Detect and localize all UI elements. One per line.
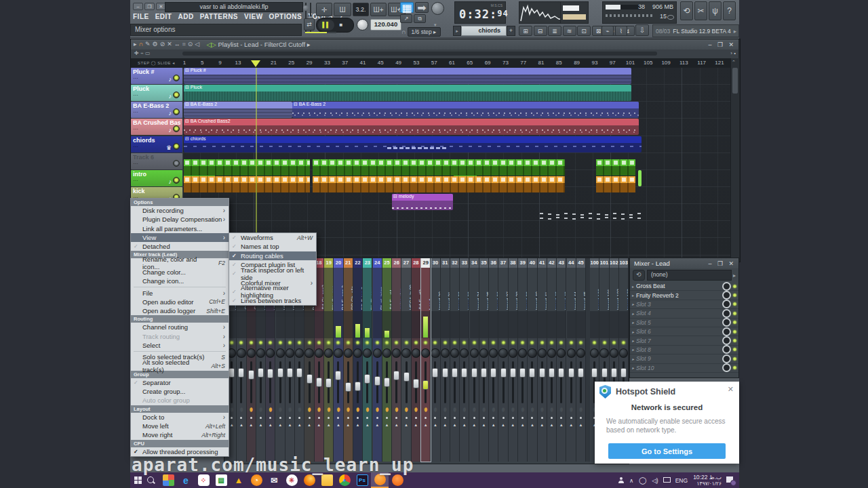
menu-item-open-audio-editor[interactable]: Open audio editorCtrl+E	[131, 298, 229, 306]
strip-fader[interactable]	[460, 360, 469, 405]
strip-rec-dot[interactable]	[557, 415, 566, 421]
track-enable-dot[interactable]	[173, 75, 180, 81]
strip-rec-dot[interactable]	[353, 415, 362, 421]
strip-pan-knob[interactable]	[460, 346, 469, 360]
slot-arrow-icon[interactable]: ▸	[632, 284, 634, 289]
strip-mute-led[interactable]	[276, 338, 285, 346]
playhead-marker[interactable]	[251, 60, 260, 67]
strip-mute-led[interactable]	[450, 338, 459, 346]
mixer-strip-30[interactable]: 30Insert 30⬮▲	[431, 258, 440, 462]
strip-pan-knob[interactable]	[353, 346, 362, 360]
strip-rec-dot[interactable]	[304, 415, 313, 421]
strip-fx-icon[interactable]: ⬮	[421, 405, 430, 415]
strip-mute-led[interactable]	[401, 338, 410, 346]
mixer-strip-39[interactable]: 39Insert 39⬮▲	[518, 258, 528, 462]
strip-arrow-icon[interactable]: ▲	[256, 421, 265, 430]
mixer-strip-31[interactable]: 31Insert 31⬮▲	[441, 258, 450, 462]
fx-slot-gross-beat[interactable]: ▸Gross Beat	[630, 282, 738, 291]
menu-item-waveforms[interactable]: ✓WaveformsAlt+W	[229, 233, 316, 242]
strip-pan-knob[interactable]	[599, 346, 608, 360]
mixer-strip-38[interactable]: 38Insert 38⬮▲	[509, 258, 518, 462]
strip-rec-dot[interactable]	[470, 415, 479, 421]
strip-fader[interactable]	[334, 360, 342, 405]
mixer-strip-40[interactable]: 40Insert 40⬮▲	[528, 258, 537, 462]
strip-fx-icon[interactable]: ⬮	[450, 405, 459, 415]
strip-rec-dot[interactable]	[276, 415, 285, 421]
strip-arrow-icon[interactable]: ▲	[276, 421, 285, 430]
slot-mix-knob[interactable]	[722, 282, 731, 291]
strip-arrow-icon[interactable]: ▲	[285, 421, 294, 430]
mixer-strip-45[interactable]: 45Insert 45⬮▲	[576, 258, 586, 462]
strip-fx-icon[interactable]: ⬮	[470, 405, 479, 415]
shuffle-slider[interactable]	[305, 32, 336, 33]
strip-fader[interactable]	[324, 360, 333, 405]
strip-arrow-icon[interactable]: ▲	[509, 421, 517, 430]
clap-cells[interactable]	[184, 176, 310, 192]
strip-rec-dot[interactable]	[363, 415, 372, 421]
strip-mute-led[interactable]	[304, 338, 313, 346]
clap-cells[interactable]	[313, 176, 565, 192]
zoom-icon[interactable]: ⊙	[188, 41, 193, 48]
strip-fader[interactable]	[412, 360, 420, 405]
playlist-hscrollbar[interactable]	[182, 52, 657, 56]
strip-fx-icon[interactable]: ⬮	[334, 405, 342, 415]
strip-fader[interactable]	[528, 360, 536, 405]
strip-fx-icon[interactable]: ⬮	[528, 405, 536, 415]
strip-pan-knob[interactable]	[315, 346, 323, 360]
track-enable-dot[interactable]	[173, 177, 180, 184]
strip-pan-knob[interactable]	[412, 346, 420, 360]
strip-pan-knob[interactable]	[547, 346, 556, 360]
fx-slot-slot-3[interactable]: ▸Slot 3	[630, 300, 738, 309]
strip-fader[interactable]	[547, 360, 556, 405]
input-source-icon[interactable]: ⟲	[633, 270, 645, 281]
menu-item-rename-color-and-icon-[interactable]: Rename, color and icon...F2	[131, 258, 229, 267]
strip-fader[interactable]	[450, 360, 459, 405]
strip-fx-icon[interactable]: ⬮	[489, 405, 498, 415]
menu-item-channel-routing[interactable]: Channel routing›	[131, 323, 229, 331]
strip-fader[interactable]	[509, 360, 517, 405]
strip-mute-led[interactable]	[382, 338, 391, 346]
slider-handle[interactable]	[303, 5, 309, 11]
strip-fx-icon[interactable]: ⬮	[518, 405, 527, 415]
track-header-chiords[interactable]: chiords…♛	[131, 136, 182, 152]
strip-fx-icon[interactable]: ⬮	[460, 405, 469, 415]
record-button[interactable]	[357, 19, 368, 30]
menu-item-select[interactable]: Select›	[131, 341, 229, 350]
menu-item-open-audio-logger[interactable]: Open audio loggerShift+E	[131, 306, 229, 315]
mixer-strip-28[interactable]: 28BA E-..#2⬮▲	[412, 258, 421, 462]
strip-mute-led[interactable]	[373, 338, 382, 346]
kick-cells[interactable]	[184, 159, 310, 176]
strip-pan-knob[interactable]	[247, 346, 256, 360]
track-header-pluck-[interactable]: Pluck #…♪	[131, 68, 182, 84]
strip-rec-dot[interactable]	[247, 415, 256, 421]
rack-window-controls[interactable]: – ❐ ✕	[708, 260, 736, 267]
strip-fx-icon[interactable]: ⬮	[324, 405, 333, 415]
strip-pan-knob[interactable]	[324, 346, 333, 360]
strip-rec-dot[interactable]	[412, 415, 420, 421]
strip-pan-knob[interactable]	[276, 346, 285, 360]
strip-arrow-icon[interactable]: ▲	[489, 421, 498, 430]
scroll-up-icon[interactable]: ⌃	[732, 60, 736, 65]
slot-arrow-icon[interactable]: ▸	[632, 357, 634, 361]
playlist-button[interactable]: ⊞	[519, 26, 532, 36]
strip-rec-dot[interactable]	[547, 415, 556, 421]
fx-slot-slot-6[interactable]: ▸Slot 6	[630, 327, 738, 336]
slot-mix-knob[interactable]	[722, 354, 731, 363]
strip-pan-knob[interactable]	[489, 346, 498, 360]
strip-pan-knob[interactable]	[576, 346, 585, 360]
mixer-strip-35[interactable]: 35Insert 35⬮▲	[479, 258, 489, 462]
slot-enable-led[interactable]	[733, 302, 736, 306]
strip-mute-led[interactable]	[344, 338, 353, 346]
strip-fx-icon[interactable]: ⬮	[373, 405, 382, 415]
strip-mute-led[interactable]	[334, 338, 342, 346]
strip-mute-led[interactable]	[610, 338, 618, 346]
strip-fader[interactable]	[363, 360, 372, 405]
playlist-edit-icons[interactable]: ✚ ⌁ ▭	[134, 50, 151, 56]
slip-icon[interactable]: ↔	[174, 41, 180, 48]
slot-enable-led[interactable]	[733, 285, 736, 288]
strip-arrow-icon[interactable]: ▲	[382, 421, 391, 430]
clip-ba-e-bass-2[interactable]: ⊟ BA E-Bass 2	[292, 102, 639, 118]
playlist-scroll-buttons[interactable]: › •	[730, 50, 736, 56]
strip-arrow-icon[interactable]: ▲	[518, 421, 527, 430]
mixer-strip-21[interactable]: 21PD Ch..ells⬮▲	[344, 258, 353, 462]
